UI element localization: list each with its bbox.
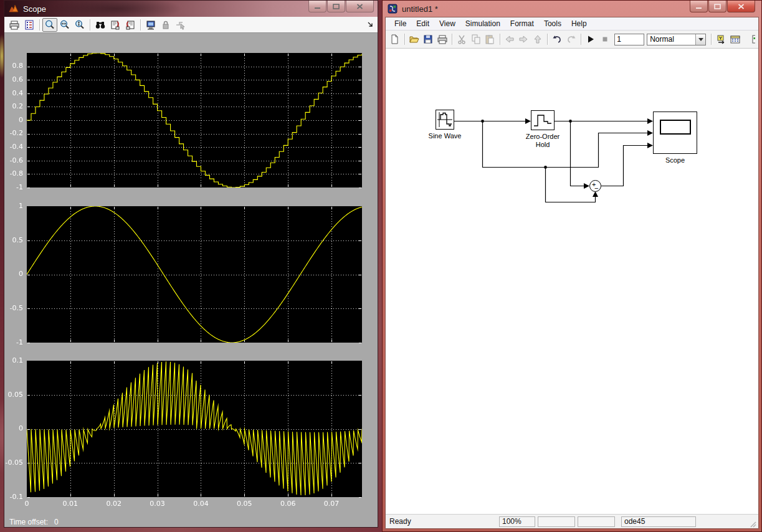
menu-help[interactable]: Help [566, 18, 592, 29]
forward-arrow-icon [518, 34, 529, 45]
scope-window: Scope [4, 0, 378, 528]
block-sine-wave[interactable] [436, 110, 454, 130]
update-diagram-button[interactable] [714, 32, 728, 46]
signal-selection-button[interactable] [173, 18, 188, 32]
simulation-stop-time-input[interactable] [614, 34, 644, 45]
start-simulation-button[interactable] [584, 32, 598, 46]
scope-maximize-button[interactable] [327, 1, 345, 12]
model-minimize-button[interactable] [690, 1, 708, 12]
cut-button[interactable] [455, 32, 469, 46]
restore-axes-icon [125, 19, 136, 31]
copy-button[interactable] [469, 32, 483, 46]
scope-close-button[interactable] [346, 1, 374, 12]
block-scope[interactable] [653, 112, 697, 154]
copy-icon [470, 34, 482, 45]
undo-icon [551, 34, 563, 45]
back-arrow-icon [504, 34, 515, 45]
undo-button[interactable] [550, 32, 564, 46]
library-browser-icon [744, 34, 755, 45]
arrowhead [593, 191, 598, 197]
autoscale-button[interactable] [93, 18, 108, 32]
go-forward-button[interactable] [517, 32, 531, 46]
dropdown-button[interactable] [695, 34, 705, 45]
scope-window-controls [308, 1, 374, 12]
redo-button[interactable] [564, 32, 579, 46]
close-icon [738, 4, 745, 9]
minimize-icon [314, 4, 321, 9]
toolbar-separator [581, 34, 581, 45]
open-model-button[interactable] [407, 32, 421, 46]
stop-icon [599, 34, 611, 45]
menu-edit[interactable]: Edit [411, 18, 434, 29]
menu-format[interactable]: Format [505, 18, 539, 29]
parameters-button[interactable] [22, 18, 37, 32]
zoom-y-button[interactable] [72, 18, 87, 32]
block-sum[interactable]: + − [589, 180, 601, 192]
print-button[interactable] [436, 32, 450, 46]
save-axes-button[interactable] [108, 18, 123, 32]
save-model-button[interactable] [421, 32, 436, 46]
stop-simulation-button[interactable] [598, 32, 612, 46]
block-label-zero-order-hold-line2: Hold [517, 141, 569, 148]
new-model-button[interactable] [388, 32, 402, 46]
chevron-down-icon [698, 38, 703, 41]
junction-dot [481, 120, 484, 123]
scope-titlebar[interactable]: Scope [4, 1, 378, 17]
zoom-button[interactable] [42, 18, 57, 32]
arrowhead [647, 118, 653, 124]
zero-order-hold-icon [531, 111, 554, 130]
open-folder-icon [409, 34, 420, 45]
statusbar: Ready 100% ode45 [386, 514, 758, 528]
zoom-x-icon [59, 19, 70, 31]
minimize-icon [695, 4, 702, 9]
arrowhead [584, 183, 589, 189]
menubar: File Edit View Simulation Format Tools H… [386, 17, 758, 31]
floating-scope-button[interactable] [143, 18, 158, 32]
lock-axes-button[interactable] [158, 18, 173, 32]
redo-icon [566, 34, 577, 45]
restore-axes-button[interactable] [123, 18, 138, 32]
scope-minimize-button[interactable] [308, 1, 326, 12]
maximize-icon [333, 4, 340, 9]
wire-zoh-to-sum[interactable] [571, 121, 586, 186]
desktop: Scope [0, 0, 762, 532]
junction-dot [569, 120, 572, 123]
print-button[interactable] [7, 18, 22, 32]
block-zero-order-hold[interactable] [531, 110, 555, 130]
model-browser-button[interactable] [728, 32, 743, 46]
paste-button[interactable] [483, 32, 497, 46]
time-offset-value: 0 [54, 518, 59, 526]
status-state: Ready [387, 517, 499, 526]
model-maximize-button[interactable] [708, 1, 726, 12]
library-browser-button[interactable] [742, 32, 756, 46]
model-close-button[interactable] [727, 1, 755, 12]
time-offset-label: Time offset: [9, 518, 48, 526]
model-titlebar[interactable]: untitled1 * [385, 1, 759, 17]
menu-simulation[interactable]: Simulation [460, 18, 505, 29]
menu-view[interactable]: View [434, 18, 460, 29]
scope-block-screen [660, 120, 691, 135]
scope-plots-canvas[interactable] [4, 33, 379, 516]
toolbar-separator [404, 34, 405, 45]
toolbar-overflow-icon[interactable] [367, 21, 374, 28]
update-diagram-icon [716, 34, 727, 45]
simulink-icon [388, 4, 398, 14]
model-canvas[interactable]: Sine Wave Zero-Order Hold Scope + − [386, 49, 758, 514]
menu-tools[interactable]: Tools [539, 18, 566, 29]
up-arrow-icon [532, 34, 543, 45]
zoom-x-button[interactable] [57, 18, 72, 32]
go-up-button[interactable] [531, 32, 545, 46]
go-back-button[interactable] [503, 32, 517, 46]
matlab-icon [9, 4, 19, 14]
save-axes-icon [110, 19, 121, 31]
menu-file[interactable]: File [389, 18, 411, 29]
toolbar-separator [711, 34, 712, 45]
wire-sum-to-scope3[interactable] [601, 146, 649, 186]
status-zoom: 100% [499, 516, 535, 527]
arrowhead [647, 130, 653, 136]
resize-grip[interactable] [748, 520, 757, 528]
simulation-mode-dropdown[interactable]: Normal [647, 34, 706, 45]
toolbar-separator [90, 19, 90, 31]
new-document-icon [389, 34, 400, 45]
printer-icon [9, 19, 20, 31]
